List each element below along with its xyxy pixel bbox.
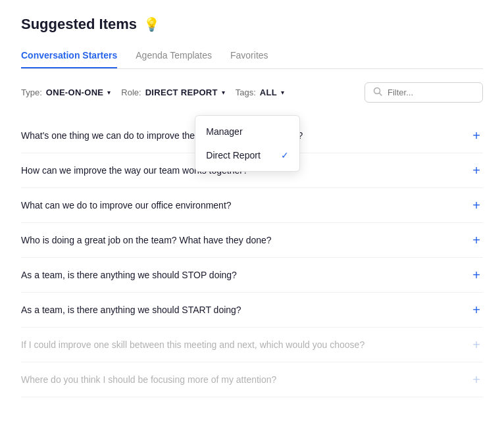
role-filter-value: DIRECT REPORT [145,87,218,97]
dropdown-item-direct-report[interactable]: Direct Report ✓ [195,143,299,167]
type-chevron-icon: ▾ [107,89,111,96]
search-input[interactable] [388,87,474,97]
search-box[interactable] [365,82,483,103]
add-button[interactable]: + [470,164,483,177]
list-item: As a team, is there anything we should S… [21,258,483,293]
tab-favorites[interactable]: Favorites [230,43,268,68]
list-item: Where do you think I should be focusing … [21,362,483,397]
item-text-muted: Where do you think I should be focusing … [21,374,470,385]
role-chevron-icon: ▾ [222,89,225,96]
tabs-row: Conversation Starters Agenda Templates F… [21,43,483,69]
role-dropdown: Manager Direct Report ✓ [195,115,300,172]
header-row: Suggested Items 💡 [21,16,483,33]
add-button-muted[interactable]: + [470,338,483,351]
check-icon: ✓ [281,150,289,161]
tab-conversation-starters[interactable]: Conversation Starters [21,43,117,68]
page-title: Suggested Items [21,16,137,33]
dropdown-item-direct-report-label: Direct Report [206,150,260,161]
tags-filter[interactable]: Tags: ALL ▾ [236,87,284,97]
list-item: Who is doing a great job on the team? Wh… [21,223,483,258]
role-filter-label: Role: [121,87,141,97]
svg-line-1 [380,93,382,96]
item-text: As a team, is there anything we should S… [21,305,470,315]
page-container: Suggested Items 💡 Conversation Starters … [0,0,504,413]
dropdown-item-manager[interactable]: Manager [195,120,299,143]
type-filter-label: Type: [21,87,42,97]
add-button[interactable]: + [470,129,483,142]
item-text-muted: If I could improve one skill between thi… [21,339,470,350]
dropdown-item-manager-label: Manager [206,126,242,137]
tags-filter-label: Tags: [236,87,256,97]
add-button[interactable]: + [470,234,483,247]
lightbulb-icon: 💡 [143,16,160,32]
list-item: What can we do to improve our office env… [21,188,483,223]
filters-row: Type: ONE-ON-ONE ▾ Role: DIRECT REPORT ▾… [21,82,483,103]
add-button[interactable]: + [470,199,483,212]
item-text: As a team, is there anything we should S… [21,270,470,280]
list-item: As a team, is there anything we should S… [21,293,483,328]
list-item: If I could improve one skill between thi… [21,328,483,362]
item-text: Who is doing a great job on the team? Wh… [21,235,470,245]
item-text: What can we do to improve our office env… [21,200,470,210]
add-button[interactable]: + [470,268,483,282]
role-filter[interactable]: Role: DIRECT REPORT ▾ Manager Direct Rep… [121,87,224,97]
search-icon [373,87,382,98]
add-button[interactable]: + [470,303,483,316]
type-filter[interactable]: Type: ONE-ON-ONE ▾ [21,87,111,97]
add-button-muted[interactable]: + [470,373,483,386]
tab-agenda-templates[interactable]: Agenda Templates [136,43,212,68]
tags-chevron-icon: ▾ [281,89,284,96]
type-filter-value: ONE-ON-ONE [46,87,104,97]
tags-filter-value: ALL [260,87,277,97]
